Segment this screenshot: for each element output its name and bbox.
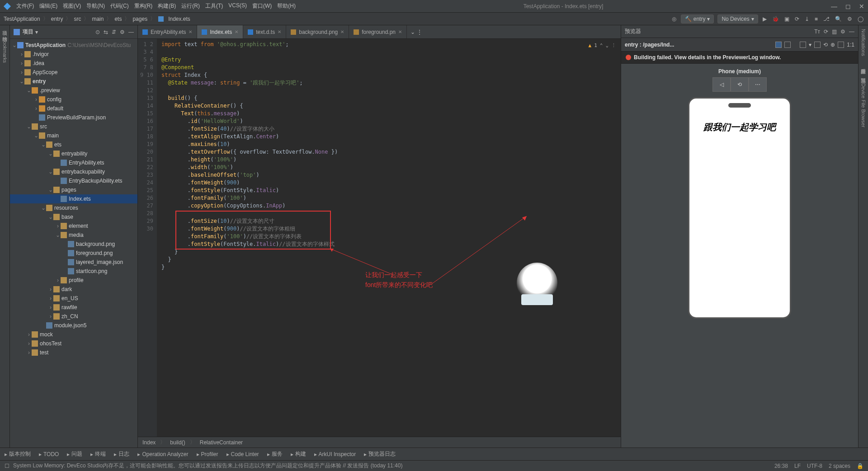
- chevron-down-icon[interactable]: ▾: [35, 29, 38, 35]
- tree-item[interactable]: ⌄base: [10, 212, 137, 221]
- collapse-icon[interactable]: ⇵: [112, 29, 116, 35]
- bottom-tool[interactable]: ▸问题: [67, 450, 82, 458]
- snapshot-icon[interactable]: [838, 42, 844, 48]
- project-tree[interactable]: ⌄TestApplicationC:\Users\MSN\DevEcoStu›.…: [10, 39, 137, 447]
- editor-tab[interactable]: Index.ets✕: [197, 25, 243, 38]
- bottom-tool[interactable]: ▸终端: [90, 450, 106, 458]
- back-button[interactable]: ◁: [712, 77, 731, 92]
- editor-tab[interactable]: background.png✕: [286, 25, 349, 38]
- refresh-icon[interactable]: ⟳: [824, 28, 828, 35]
- bottom-tool[interactable]: ▸构建: [291, 450, 306, 458]
- tree-item[interactable]: ⌄.preview: [10, 86, 137, 95]
- tree-item[interactable]: ⌄entrybackupability: [10, 167, 137, 176]
- chevron-up-icon[interactable]: ⌃: [600, 42, 603, 49]
- attach-icon[interactable]: ⤓: [804, 16, 810, 22]
- bottom-tool[interactable]: ▸预览器日志: [364, 450, 396, 458]
- editor-crumb[interactable]: build(): [170, 439, 185, 446]
- tree-item[interactable]: ⌄main: [10, 131, 137, 140]
- tree-item[interactable]: ›default: [10, 104, 137, 113]
- gear-icon[interactable]: ⚙: [120, 29, 125, 35]
- menu-item[interactable]: 构建(B): [158, 2, 176, 10]
- git-icon[interactable]: ⎇: [822, 16, 830, 22]
- tree-item[interactable]: PreviewBuildParam.json: [10, 113, 137, 122]
- stop-icon[interactable]: ■: [814, 16, 819, 22]
- tree-item[interactable]: ›element: [10, 221, 137, 231]
- menu-item[interactable]: 导航(N): [86, 2, 105, 10]
- text-icon[interactable]: Tт: [814, 28, 820, 35]
- tree-item[interactable]: ⌄entryability: [10, 149, 137, 158]
- line-separator[interactable]: LF: [794, 463, 801, 469]
- close-icon[interactable]: ✕: [235, 29, 238, 34]
- readonly-icon[interactable]: 🔒: [857, 463, 863, 469]
- breadcrumb-item[interactable]: ets: [114, 16, 122, 22]
- tool-tab[interactable]: Device File Browser: [861, 83, 866, 127]
- run-icon[interactable]: ▶: [762, 16, 768, 22]
- expand-icon[interactable]: ⇆: [104, 29, 108, 35]
- bottom-tool[interactable]: ▸日志: [114, 450, 129, 458]
- search-icon[interactable]: 🔍: [834, 16, 843, 22]
- tree-item[interactable]: ›ohosTest: [10, 339, 137, 348]
- tool-tab[interactable]: Bookmarks: [2, 38, 8, 63]
- breadcrumb-item[interactable]: pages: [132, 16, 147, 22]
- editor-tab[interactable]: foreground.pn✕: [349, 25, 407, 38]
- editor-tab[interactable]: text.d.ts✕: [243, 25, 286, 38]
- tree-item[interactable]: layered_image.json: [10, 258, 137, 267]
- tool-tab[interactable]: Notifications: [861, 29, 866, 56]
- tree-item[interactable]: ›.hvigor: [10, 50, 137, 59]
- more-icon[interactable]: ⋮: [611, 42, 616, 49]
- rotate-button[interactable]: ⟲: [731, 77, 749, 92]
- module-selector[interactable]: 🔨 entry ▾: [681, 14, 714, 24]
- hide-icon[interactable]: —: [849, 28, 854, 35]
- tree-item[interactable]: background.png: [10, 240, 137, 249]
- grid-icon[interactable]: [800, 42, 806, 48]
- tree-item[interactable]: ›test: [10, 348, 137, 357]
- bottom-tool[interactable]: ▸版本控制: [5, 450, 31, 458]
- tree-item[interactable]: ›.idea: [10, 59, 137, 68]
- encoding[interactable]: UTF-8: [807, 463, 822, 469]
- tree-item[interactable]: foreground.png: [10, 249, 137, 258]
- rotate-icon[interactable]: ⟲: [823, 42, 828, 48]
- close-icon[interactable]: ✕: [398, 29, 402, 34]
- log-icon[interactable]: ☐: [5, 463, 9, 469]
- editor-tab[interactable]: EntryAbility.ets✕: [138, 25, 197, 38]
- tree-item[interactable]: ›config: [10, 95, 137, 104]
- chevron-down-icon[interactable]: ▾: [809, 42, 811, 48]
- tree-item[interactable]: ›dark: [10, 285, 137, 294]
- tree-item[interactable]: ⌄entry: [10, 77, 137, 86]
- close-icon[interactable]: ✕: [340, 29, 344, 34]
- tree-item[interactable]: ⌄ets: [10, 140, 137, 149]
- bottom-tool[interactable]: ▸服务: [267, 450, 283, 458]
- hide-icon[interactable]: —: [128, 29, 134, 35]
- chevron-down-icon[interactable]: ⌄: [605, 42, 609, 49]
- tree-item[interactable]: EntryBackupAbility.ets: [10, 176, 137, 185]
- locate-icon[interactable]: ⊙: [95, 29, 100, 35]
- crop-icon[interactable]: [814, 42, 821, 48]
- tree-item[interactable]: ⌄resources: [10, 203, 137, 212]
- breadcrumb-item[interactable]: entry: [51, 16, 63, 22]
- menu-item[interactable]: 窗口(W): [252, 2, 272, 10]
- coverage-icon[interactable]: ▣: [783, 16, 790, 22]
- maximize-icon[interactable]: ◻: [845, 3, 851, 10]
- bottom-tool[interactable]: ▸ArkUI Inspector: [314, 451, 356, 457]
- user-icon[interactable]: ◯: [857, 16, 864, 22]
- breadcrumb-item[interactable]: main: [92, 16, 104, 22]
- editor-crumb[interactable]: RelativeContainer: [200, 439, 243, 446]
- zoom-icon[interactable]: ⊕: [830, 42, 835, 48]
- close-icon[interactable]: ✕: [859, 3, 864, 10]
- tree-item[interactable]: module.json5: [10, 321, 137, 330]
- bottom-tool[interactable]: ▸Code Linter: [226, 451, 259, 457]
- tree-item[interactable]: ⌄media: [10, 231, 137, 240]
- bottom-tool[interactable]: ▸Profiler: [197, 451, 218, 457]
- tabs-overflow[interactable]: ⌄⋮: [407, 25, 426, 38]
- bottom-tool[interactable]: ▸TODO: [39, 451, 59, 457]
- tree-item[interactable]: ⌄src: [10, 122, 137, 131]
- indent[interactable]: 2 spaces: [829, 463, 850, 469]
- code-editor[interactable]: import text from '@ohos.graphics.text'; …: [157, 39, 621, 437]
- inspect-icon[interactable]: [775, 42, 782, 48]
- bottom-tool[interactable]: ▸Operation Analyzer: [137, 451, 188, 457]
- tree-item[interactable]: ›mock: [10, 330, 137, 339]
- menu-item[interactable]: 文件(F): [16, 2, 34, 10]
- menu-item[interactable]: VCS(S): [228, 2, 247, 10]
- more-button[interactable]: ⋯: [749, 77, 767, 92]
- inspection-widget[interactable]: ▲ 1 ⌃ ⌄ ⋮: [589, 42, 617, 49]
